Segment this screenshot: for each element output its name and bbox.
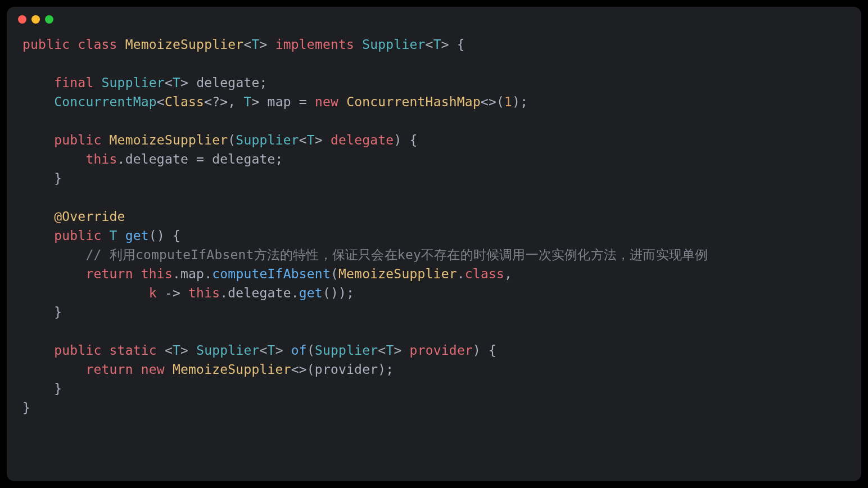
type: T: [110, 228, 117, 243]
minimize-button[interactable]: [31, 15, 40, 24]
maximize-button[interactable]: [45, 15, 53, 24]
class-name: MemoizeSupplier: [110, 133, 228, 147]
keyword: this: [85, 152, 117, 166]
code-window: public class MemoizeSupplier<T> implemen…: [7, 7, 861, 481]
keyword: class: [465, 266, 504, 281]
type: ConcurrentMap: [54, 94, 157, 109]
variable: provider: [315, 362, 378, 377]
window-titlebar: [7, 7, 861, 31]
type-param: T: [173, 343, 180, 358]
method: get: [125, 228, 149, 243]
type-param: T: [433, 37, 441, 52]
annotation: @Override: [54, 209, 125, 224]
close-button[interactable]: [18, 15, 26, 24]
type-param: T: [307, 133, 315, 147]
keyword: public: [22, 37, 70, 52]
type: Supplier: [315, 343, 378, 358]
method: get: [299, 286, 323, 300]
keyword: public: [54, 343, 101, 358]
type-param: T: [268, 343, 275, 358]
class-name: MemoizeSupplier: [338, 266, 457, 281]
keyword: public: [54, 228, 101, 243]
code-area[interactable]: public class MemoizeSupplier<T> implemen…: [7, 31, 861, 433]
variable: map: [268, 94, 291, 109]
parameter: provider: [410, 343, 473, 358]
type-param: T: [173, 75, 180, 90]
method: of: [291, 343, 307, 358]
type: Supplier: [362, 37, 425, 52]
keyword: static: [110, 343, 157, 358]
keyword: final: [54, 75, 93, 90]
variable: delegate: [125, 152, 188, 166]
number: 1: [504, 94, 512, 109]
variable: delegate: [212, 152, 275, 166]
type-param: T: [251, 37, 259, 52]
keyword: this: [141, 266, 173, 281]
type-param: T: [243, 94, 251, 109]
type: Supplier: [196, 343, 259, 358]
keyword: new: [141, 362, 165, 377]
keyword: public: [54, 133, 101, 147]
keyword: new: [315, 94, 338, 109]
type-param: T: [386, 343, 394, 358]
class-name: Class: [165, 94, 204, 109]
type: Supplier: [236, 133, 299, 147]
keyword: return: [85, 362, 133, 377]
keyword: implements: [275, 37, 354, 52]
parameter: delegate: [331, 133, 394, 147]
method: computeIfAbsent: [212, 266, 331, 281]
keyword: class: [78, 37, 117, 52]
parameter: k: [149, 286, 157, 300]
variable: delegate: [228, 286, 291, 300]
class-name: MemoizeSupplier: [173, 362, 291, 377]
class-name: ConcurrentHashMap: [346, 94, 481, 109]
keyword: this: [188, 286, 220, 300]
comment: // 利用computeIfAbsent方法的特性，保证只会在key不存在的时候…: [85, 247, 708, 262]
type: Supplier: [102, 75, 165, 90]
variable: delegate: [196, 75, 259, 90]
variable: map: [180, 266, 204, 281]
class-name: MemoizeSupplier: [125, 37, 244, 52]
keyword: return: [85, 266, 133, 281]
